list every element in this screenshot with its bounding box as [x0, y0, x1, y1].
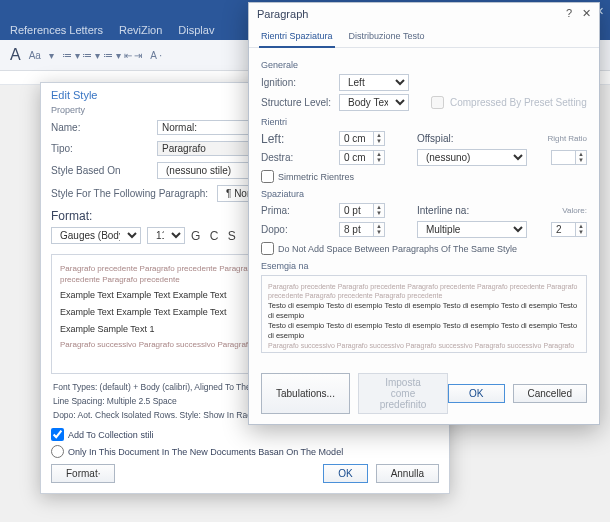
general-label: Generale	[261, 60, 587, 70]
paragraph-preview: Paragrafo precedente Paragrafo precedent…	[261, 275, 587, 353]
spin-down-icon[interactable]: ▼	[374, 138, 384, 144]
tab-indent-spacing[interactable]: Rientri Spaziatura	[259, 28, 335, 48]
special-label: Offspial:	[417, 133, 467, 144]
ok-button[interactable]: OK	[323, 464, 367, 483]
after-input[interactable]	[339, 222, 373, 237]
spin-down-icon[interactable]: ▼	[374, 229, 384, 235]
set-default-button: Imposta come predefinito	[358, 373, 448, 414]
before-input[interactable]	[339, 203, 373, 218]
preview-label: Esemgia na	[261, 261, 587, 271]
compressed-checkbox	[431, 96, 444, 109]
preview-line: Testo di esempio Testo di esempio Testo …	[268, 301, 580, 321]
by-input[interactable]	[551, 150, 575, 165]
close-icon[interactable]: ✕	[582, 7, 591, 20]
tab-line-breaks[interactable]: Distribuzione Testo	[347, 28, 427, 47]
tab-references[interactable]: References Letters	[10, 24, 103, 36]
value-label: Valore:	[562, 206, 587, 215]
preview-faint: Paragrafo successivo Paragrafo successiv…	[268, 341, 580, 353]
cancel-button[interactable]: Annulla	[376, 464, 439, 483]
alignment-select[interactable]: Left	[339, 74, 409, 91]
only-doc-radio[interactable]	[51, 445, 64, 458]
outline-level-select[interactable]: Body Text	[339, 94, 409, 111]
spacing-label: Spaziatura	[261, 189, 587, 199]
add-collection-label: Add To Collection stili	[68, 430, 153, 440]
spin-down-icon[interactable]: ▼	[576, 157, 586, 163]
indent-label: Rientri	[261, 117, 587, 127]
cancel-button[interactable]: Cancelled	[513, 384, 587, 403]
mirror-indent-label: Simmetric Rientres	[278, 172, 354, 182]
font-color-icon[interactable]: A ·	[150, 50, 162, 61]
bold-italic-buttons[interactable]: G C S	[191, 229, 239, 243]
following-label: Style For The Following Paragraph:	[51, 188, 211, 199]
alignment-label: Ignition:	[261, 77, 333, 88]
value-input[interactable]	[551, 222, 575, 237]
interline-label: Interline na:	[417, 205, 477, 216]
add-collection-checkbox[interactable]	[51, 428, 64, 441]
font-size-icon[interactable]: A	[10, 46, 21, 64]
tabulations-button[interactable]: Tabulations...	[261, 373, 350, 414]
font-name-select[interactable]: Gauges (Body)	[51, 227, 141, 244]
ok-button[interactable]: OK	[448, 384, 504, 403]
special-select[interactable]: (nessuno)	[417, 149, 527, 166]
spin-down-icon[interactable]: ▼	[576, 229, 586, 235]
after-label: Dopo:	[261, 224, 333, 235]
help-icon[interactable]: ?	[566, 7, 572, 20]
change-case-icon[interactable]: Aa	[29, 50, 41, 61]
format-button[interactable]: Format·	[51, 464, 115, 483]
spin-down-icon[interactable]: ▼	[374, 157, 384, 163]
type-label: Tipo:	[51, 143, 151, 154]
left-indent-input[interactable]	[339, 131, 373, 146]
no-add-space-checkbox[interactable]	[261, 242, 274, 255]
spin-down-icon[interactable]: ▼	[374, 210, 384, 216]
left-indent-label: Left:	[261, 132, 333, 146]
font-size-select[interactable]: 11	[147, 227, 185, 244]
no-add-space-label: Do Not Add Space Between Paragraphs Of T…	[278, 244, 517, 254]
paragraph-title: Paragraph	[257, 8, 308, 20]
interline-select[interactable]: Multiple	[417, 221, 527, 238]
paragraph-dialog: Paragraph ? ✕ Rientri Spaziatura Distrib…	[248, 2, 600, 425]
right-ratio-label: Right Ratio	[547, 134, 587, 143]
before-label: Prima:	[261, 205, 333, 216]
preview-faint: Paragrafo precedente Paragrafo precedent…	[268, 282, 580, 301]
right-indent-input[interactable]	[339, 150, 373, 165]
name-label: Name:	[51, 122, 151, 133]
compressed-label: Compressed By Preset Setting	[450, 97, 587, 108]
basedon-label: Style Based On	[51, 165, 151, 176]
outline-level-label: Structure Level:	[261, 97, 333, 108]
only-doc-label: Only In This Document In The New Documen…	[68, 447, 343, 457]
tab-review[interactable]: ReviZion	[119, 24, 162, 36]
preview-line: Testo di esempio Testo di esempio Testo …	[268, 321, 580, 341]
right-indent-label: Destra:	[261, 152, 333, 163]
mirror-indent-checkbox[interactable]	[261, 170, 274, 183]
tab-display[interactable]: Displav	[178, 24, 214, 36]
